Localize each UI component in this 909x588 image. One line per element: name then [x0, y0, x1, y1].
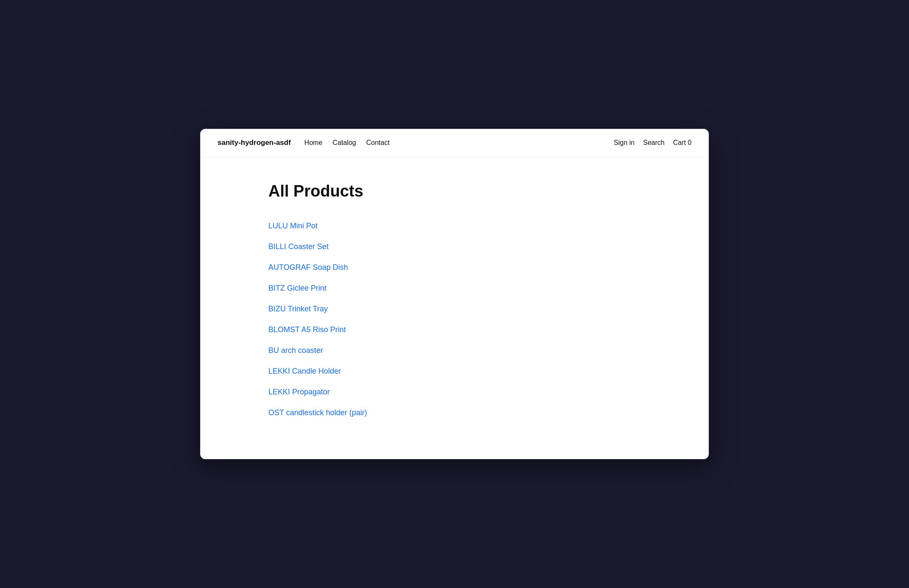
list-item: AUTOGRAF Soap Dish [268, 257, 641, 278]
product-link-ost-candlestick-holder[interactable]: OST candlestick holder (pair) [268, 408, 367, 417]
cart-button[interactable]: Cart 0 [673, 139, 692, 147]
navbar: sanity-hydrogen-asdf Home Catalog Contac… [201, 129, 708, 157]
nav-links: Home Catalog Contact [304, 139, 390, 147]
list-item: BU arch coaster [268, 340, 641, 361]
list-item: LEKKI Propagator [268, 382, 641, 402]
nav-link-home[interactable]: Home [304, 139, 323, 147]
list-item: BILLI Coaster Set [268, 236, 641, 257]
browser-window: sanity-hydrogen-asdf Home Catalog Contac… [200, 129, 709, 459]
list-item: BLOMST A5 Riso Print [268, 319, 641, 340]
product-link-autograf-soap-dish[interactable]: AUTOGRAF Soap Dish [268, 263, 348, 272]
sign-in-button[interactable]: Sign in [614, 139, 635, 147]
product-link-blomst-a5-riso-print[interactable]: BLOMST A5 Riso Print [268, 325, 346, 334]
product-link-billi-coaster-set[interactable]: BILLI Coaster Set [268, 242, 329, 251]
page-title: All Products [268, 182, 641, 200]
navbar-right: Sign in Search Cart 0 [614, 139, 692, 147]
product-link-bu-arch-coaster[interactable]: BU arch coaster [268, 346, 323, 355]
list-item: OST candlestick holder (pair) [268, 402, 641, 423]
product-link-lekki-propagator[interactable]: LEKKI Propagator [268, 388, 330, 396]
product-link-bizu-trinket-tray[interactable]: BIZU Trinket Tray [268, 305, 328, 313]
nav-link-contact[interactable]: Contact [366, 139, 390, 147]
list-item: BITZ Giclee Print [268, 278, 641, 299]
list-item: LEKKI Candle Holder [268, 361, 641, 382]
list-item: BIZU Trinket Tray [268, 299, 641, 319]
list-item: LULU Mini Pot [268, 216, 641, 236]
product-link-bitz-giclee-print[interactable]: BITZ Giclee Print [268, 284, 326, 292]
nav-link-catalog[interactable]: Catalog [333, 139, 356, 147]
product-list: LULU Mini Pot BILLI Coaster Set AUTOGRAF… [268, 216, 641, 423]
search-button[interactable]: Search [643, 139, 665, 147]
main-content: All Products LULU Mini Pot BILLI Coaster… [201, 157, 708, 459]
navbar-left: sanity-hydrogen-asdf Home Catalog Contac… [217, 139, 390, 147]
site-title: sanity-hydrogen-asdf [217, 139, 291, 147]
product-link-lekki-candle-holder[interactable]: LEKKI Candle Holder [268, 367, 341, 375]
product-link-lulu-mini-pot[interactable]: LULU Mini Pot [268, 222, 318, 230]
